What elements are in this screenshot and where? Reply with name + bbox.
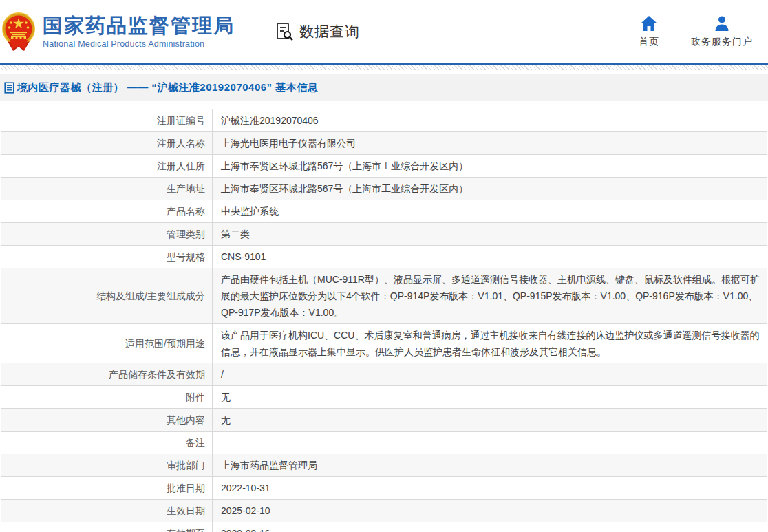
spacer: [0, 101, 768, 109]
site-subtitle: National Medical Products Administration: [43, 39, 235, 49]
field-value: 2029-09-16: [213, 522, 767, 532]
field-value: 2025-02-10: [213, 500, 767, 522]
field-label: 注册证编号: [1, 109, 213, 131]
field-label: 批准日期: [1, 477, 213, 499]
field-value: /: [213, 363, 767, 385]
site-header: 国家药品监督管理局 National Medical Products Admi…: [0, 0, 768, 63]
table-row: 附件无: [1, 386, 767, 409]
table-row: 注册人名称上海光电医用电子仪器有限公司: [1, 132, 767, 155]
document-search-icon: [275, 21, 295, 42]
field-value: 上海光电医用电子仪器有限公司: [213, 132, 767, 154]
field-label: 其他内容: [1, 409, 213, 431]
table-row: 审批部门上海市药品监督管理局: [1, 454, 767, 477]
field-label: 适用范围/预期用途: [1, 324, 213, 363]
field-value: 该产品用于医疗机构ICU、CCU、术后康复室和普通病房，通过主机接收来自有线连接…: [213, 324, 767, 363]
table-row: 备注: [1, 432, 767, 454]
table-row: 产品名称中央监护系统: [1, 200, 767, 223]
field-label: 管理类别: [1, 223, 213, 245]
field-value: 沪械注准20192070406: [213, 109, 767, 131]
field-value: 上海市药品监督管理局: [213, 454, 767, 476]
field-label: 注册人名称: [1, 132, 213, 154]
table-row: 型号规格CNS-9101: [1, 246, 767, 268]
field-label: 有效期至: [1, 522, 213, 532]
field-label: 附件: [1, 386, 213, 408]
field-label: 备注: [1, 432, 213, 454]
table-row: 批准日期2022-10-31: [1, 477, 767, 500]
main-content: 注册证编号沪械注准20192070406注册人名称上海光电医用电子仪器有限公司注…: [0, 109, 768, 532]
field-value: 无: [213, 409, 767, 431]
breadcrumb: 境内医疗器械（注册） —— “沪械注准20192070406” 基本信息: [0, 74, 768, 101]
field-value: CNS-9101: [213, 246, 767, 268]
field-label: 生产地址: [1, 178, 213, 200]
table-row: 管理类别第二类: [1, 223, 767, 246]
table-row: 其他内容无: [1, 409, 767, 432]
table-row: 适用范围/预期用途该产品用于医疗机构ICU、CCU、术后康复室和普通病房，通过主…: [1, 324, 767, 363]
document-icon: [4, 82, 14, 94]
national-emblem-icon: [1, 11, 36, 54]
field-value: [213, 432, 767, 454]
field-value: 第二类: [213, 223, 767, 245]
site-logo[interactable]: 国家药品监督管理局 National Medical Products Admi…: [1, 10, 235, 54]
nav-portal-label: 政务服务门户: [691, 36, 753, 48]
table-row: 生效日期2025-02-10: [1, 500, 767, 522]
registration-info-table: 注册证编号沪械注准20192070406注册人名称上海光电医用电子仪器有限公司注…: [1, 109, 767, 532]
field-label: 审批部门: [1, 454, 213, 476]
table-row: 有效期至2029-09-16: [1, 522, 767, 532]
table-row: 产品储存条件及有效期/: [1, 363, 767, 386]
field-label: 结构及组成/主要组成成分: [1, 268, 213, 323]
field-label: 生效日期: [1, 500, 213, 522]
field-label: 注册人住所: [1, 155, 213, 177]
nav-portal[interactable]: 政务服务门户: [691, 15, 753, 48]
field-value: 上海市奉贤区环城北路567号（上海市工业综合开发区内）: [213, 155, 767, 177]
field-label: 产品储存条件及有效期: [1, 363, 213, 385]
header-nav: 首页 政务服务门户: [639, 15, 753, 48]
table-row: 生产地址上海市奉贤区环城北路567号（上海市工业综合开发区内）: [1, 178, 767, 200]
field-label: 产品名称: [1, 200, 213, 222]
hatched-strip: [0, 65, 768, 70]
breadcrumb-text: 境内医疗器械（注册） —— “沪械注准20192070406” 基本信息: [17, 81, 318, 94]
site-title: 国家药品监督管理局: [43, 14, 235, 37]
data-query-link[interactable]: 数据查询: [275, 21, 360, 42]
table-row: 结构及组成/主要组成成分产品由硬件包括主机（MUC-911R型）、液晶显示屏、多…: [1, 268, 767, 324]
field-value: 产品由硬件包括主机（MUC-911R型）、液晶显示屏、多通道遥测信号接收器、主机…: [213, 268, 767, 323]
nav-home-label: 首页: [639, 36, 659, 48]
field-value: 上海市奉贤区环城北路567号（上海市工业综合开发区内）: [213, 178, 767, 200]
field-value: 2022-10-31: [213, 477, 767, 499]
home-icon: [640, 15, 658, 32]
field-value: 无: [213, 386, 767, 408]
nav-home[interactable]: 首页: [639, 15, 659, 48]
data-query-label: 数据查询: [299, 22, 360, 41]
table-row: 注册人住所上海市奉贤区环城北路567号（上海市工业综合开发区内）: [1, 155, 767, 178]
person-icon: [713, 15, 731, 32]
field-value: 中央监护系统: [213, 200, 767, 222]
table-row: 注册证编号沪械注准20192070406: [1, 109, 767, 132]
field-label: 型号规格: [1, 246, 213, 268]
